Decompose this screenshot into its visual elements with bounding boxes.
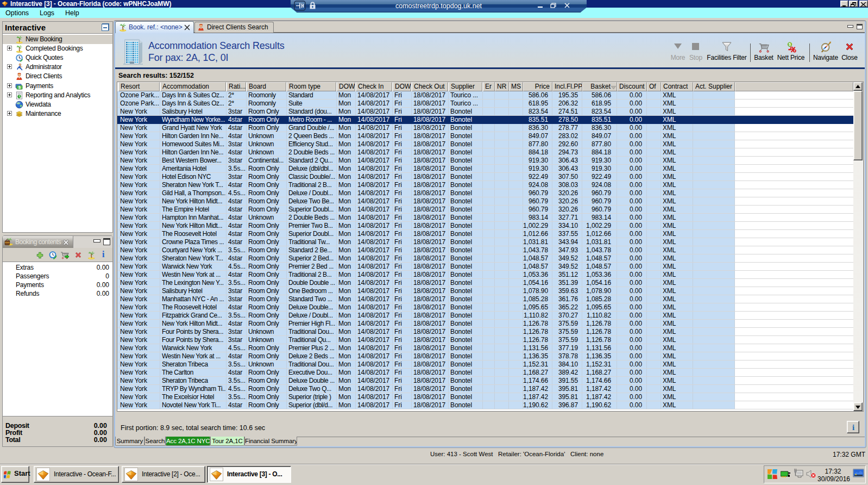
svg-text:$: $	[18, 85, 21, 90]
